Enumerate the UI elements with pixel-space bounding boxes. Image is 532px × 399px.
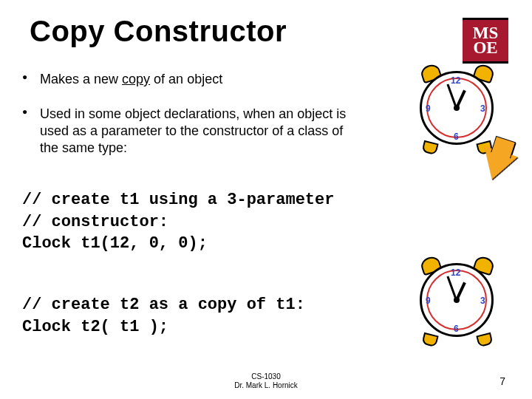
slide: Copy Constructor MS OE Makes a new copy … <box>0 0 532 399</box>
page-number: 7 <box>499 375 505 387</box>
numeral-12: 12 <box>451 75 460 86</box>
slide-title: Copy Constructor <box>30 15 287 48</box>
numeral-3: 3 <box>480 103 485 114</box>
numeral-9: 9 <box>426 296 431 306</box>
arrow-icon <box>475 146 518 185</box>
numeral-12: 12 <box>451 267 460 278</box>
numeral-6: 6 <box>454 324 459 334</box>
footer-course: CS-1030 <box>0 372 532 381</box>
numeral-3: 3 <box>480 296 485 306</box>
numeral-9: 9 <box>426 103 431 114</box>
bullet-1: Makes a new copy of an object <box>22 71 347 88</box>
code-block-1: // create t1 using a 3-parameter // cons… <box>22 189 436 255</box>
bullet-1-pre: Makes a new <box>40 72 122 86</box>
clock-illustration-2: 12 3 6 9 <box>412 260 501 352</box>
msoe-logo: MS OE <box>463 18 508 64</box>
bullet-2: Used in some object declarations, when a… <box>22 106 347 157</box>
code-block-2: // create t2 as a copy of t1: Clock t2( … <box>22 294 373 338</box>
numeral-6: 6 <box>454 132 459 142</box>
bullet-1-post: of an object <box>150 72 222 86</box>
footer-author: Dr. Mark L. Hornick <box>0 381 532 390</box>
logo-line2: OE <box>473 41 497 55</box>
clock-illustration-1: 12 3 6 9 <box>412 68 501 160</box>
bullet-1-underlined: copy <box>122 72 150 86</box>
bullet-list: Makes a new copy of an object Used in so… <box>22 71 347 174</box>
footer: CS-1030 Dr. Mark L. Hornick <box>0 372 532 390</box>
